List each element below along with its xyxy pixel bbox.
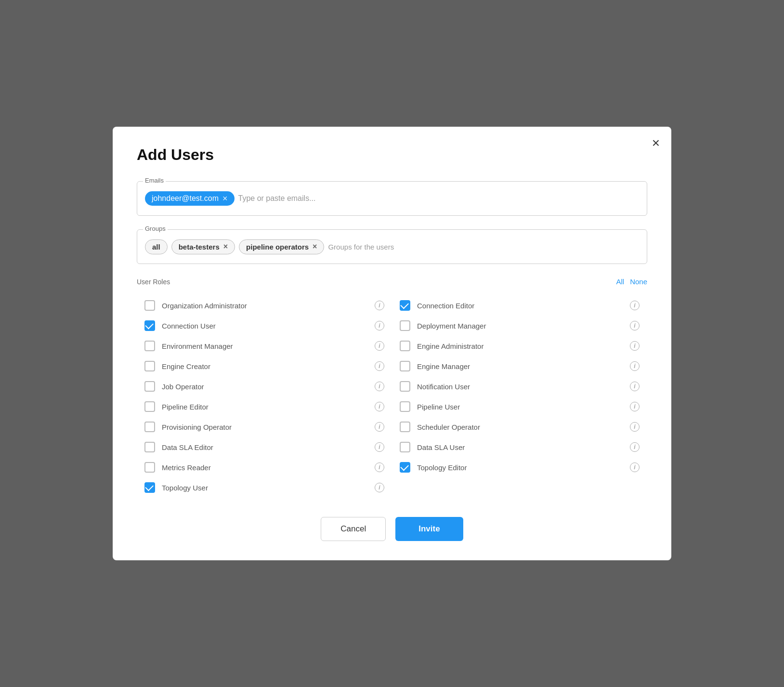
role-engine-creator-label: Engine Creator: [162, 362, 368, 370]
groups-input-area[interactable]: all beta-testers × pipeline operators × …: [145, 235, 639, 256]
role-scheduler-operator: Scheduler Operator i: [392, 417, 647, 437]
role-engine-manager-info-icon[interactable]: i: [630, 361, 640, 371]
invite-button[interactable]: Invite: [395, 517, 463, 541]
email-chip-remove-icon[interactable]: ×: [222, 194, 228, 203]
group-chip-beta-testers-remove-icon[interactable]: ×: [223, 243, 228, 251]
roles-column-right: Connection Editor i Deployment Manager i…: [392, 295, 647, 498]
role-environment-manager-checkbox[interactable]: [144, 341, 155, 351]
role-environment-manager: Environment Manager i: [137, 336, 392, 356]
role-organization-administrator-checkbox[interactable]: [144, 300, 155, 311]
role-engine-manager: Engine Manager i: [392, 356, 647, 376]
role-scheduler-operator-info-icon[interactable]: i: [630, 422, 640, 432]
email-placeholder: Type or paste emails...: [238, 194, 316, 203]
role-data-sla-editor-label: Data SLA Editor: [162, 443, 368, 451]
role-environment-manager-label: Environment Manager: [162, 342, 368, 350]
role-provisioning-operator-checkbox[interactable]: [144, 422, 155, 432]
role-job-operator-info-icon[interactable]: i: [375, 382, 384, 391]
role-data-sla-user-checkbox[interactable]: [400, 442, 410, 452]
role-engine-creator: Engine Creator i: [137, 356, 392, 376]
email-chip: johndeer@test.com ×: [145, 191, 235, 206]
role-engine-creator-checkbox[interactable]: [144, 361, 155, 371]
role-topology-editor-info-icon[interactable]: i: [630, 462, 640, 472]
role-metrics-reader-info-icon[interactable]: i: [375, 462, 384, 472]
role-pipeline-editor-info-icon[interactable]: i: [375, 402, 384, 411]
group-chip-all: all: [145, 239, 168, 254]
modal-footer: Cancel Invite: [137, 517, 647, 541]
role-scheduler-operator-checkbox[interactable]: [400, 422, 410, 432]
role-job-operator-checkbox[interactable]: [144, 381, 155, 392]
role-deployment-manager-label: Deployment Manager: [417, 322, 623, 330]
role-connection-editor: Connection Editor i: [392, 295, 647, 316]
group-chip-beta-testers-label: beta-testers: [179, 243, 220, 251]
role-connection-user-checkbox[interactable]: [144, 320, 155, 331]
emails-label: Emails: [143, 177, 166, 184]
groups-label: Groups: [143, 225, 168, 232]
groups-field-group: Groups all beta-testers × pipeline opera…: [137, 229, 647, 264]
groups-placeholder: Groups for the users: [328, 243, 394, 251]
role-engine-manager-checkbox[interactable]: [400, 361, 410, 371]
role-deployment-manager-info-icon[interactable]: i: [630, 321, 640, 330]
role-provisioning-operator-info-icon[interactable]: i: [375, 422, 384, 432]
role-organization-administrator-info-icon[interactable]: i: [375, 301, 384, 310]
role-engine-creator-info-icon[interactable]: i: [375, 361, 384, 371]
role-pipeline-user-label: Pipeline User: [417, 403, 623, 411]
role-organization-administrator-label: Organization Administrator: [162, 302, 368, 310]
role-metrics-reader: Metrics Reader i: [137, 457, 392, 477]
role-engine-administrator: Engine Administrator i: [392, 336, 647, 356]
select-none-button[interactable]: None: [630, 277, 647, 286]
roles-section: User Roles All None Organization Adminis…: [137, 277, 647, 498]
role-data-sla-user: Data SLA User i: [392, 437, 647, 457]
role-metrics-reader-checkbox[interactable]: [144, 462, 155, 473]
close-button[interactable]: ×: [652, 136, 660, 150]
role-environment-manager-info-icon[interactable]: i: [375, 341, 384, 351]
role-metrics-reader-label: Metrics Reader: [162, 463, 368, 472]
role-topology-editor-label: Topology Editor: [417, 463, 623, 472]
email-input-area[interactable]: johndeer@test.com × Type or paste emails…: [145, 186, 639, 208]
role-provisioning-operator: Provisioning Operator i: [137, 417, 392, 437]
role-data-sla-user-label: Data SLA User: [417, 443, 623, 451]
role-pipeline-editor-label: Pipeline Editor: [162, 403, 368, 411]
role-engine-administrator-checkbox[interactable]: [400, 341, 410, 351]
email-chip-value: johndeer@test.com: [152, 194, 219, 203]
role-notification-user-checkbox[interactable]: [400, 381, 410, 392]
role-data-sla-editor-info-icon[interactable]: i: [375, 442, 384, 452]
role-connection-editor-label: Connection Editor: [417, 302, 623, 310]
role-deployment-manager: Deployment Manager i: [392, 316, 647, 336]
role-topology-user-checkbox[interactable]: [144, 482, 155, 493]
role-deployment-manager-checkbox[interactable]: [400, 320, 410, 331]
select-all-button[interactable]: All: [616, 277, 624, 286]
role-connection-user: Connection User i: [137, 316, 392, 336]
cancel-button[interactable]: Cancel: [321, 517, 386, 541]
role-provisioning-operator-label: Provisioning Operator: [162, 423, 368, 431]
role-pipeline-editor: Pipeline Editor i: [137, 396, 392, 417]
role-notification-user-info-icon[interactable]: i: [630, 382, 640, 391]
role-pipeline-user-checkbox[interactable]: [400, 401, 410, 412]
role-connection-user-info-icon[interactable]: i: [375, 321, 384, 330]
role-topology-user-info-icon[interactable]: i: [375, 483, 384, 492]
role-pipeline-editor-checkbox[interactable]: [144, 401, 155, 412]
modal-overlay: × Add Users Emails johndeer@test.com × T…: [0, 0, 784, 687]
roles-section-label: User Roles: [137, 278, 170, 286]
role-connection-editor-info-icon[interactable]: i: [630, 301, 640, 310]
role-pipeline-user-info-icon[interactable]: i: [630, 402, 640, 411]
add-users-modal: × Add Users Emails johndeer@test.com × T…: [113, 127, 671, 560]
role-scheduler-operator-label: Scheduler Operator: [417, 423, 623, 431]
role-topology-editor-checkbox[interactable]: [400, 462, 410, 473]
role-organization-administrator: Organization Administrator i: [137, 295, 392, 316]
role-pipeline-user: Pipeline User i: [392, 396, 647, 417]
role-data-sla-editor-checkbox[interactable]: [144, 442, 155, 452]
group-chip-pipeline-operators-label: pipeline operators: [246, 243, 309, 251]
roles-header: User Roles All None: [137, 277, 647, 286]
roles-column-left: Organization Administrator i Connection …: [137, 295, 392, 498]
role-connection-editor-checkbox[interactable]: [400, 300, 410, 311]
role-data-sla-editor: Data SLA Editor i: [137, 437, 392, 457]
role-engine-administrator-info-icon[interactable]: i: [630, 341, 640, 351]
group-chip-all-label: all: [152, 243, 160, 251]
role-notification-user-label: Notification User: [417, 383, 623, 391]
group-chip-pipeline-operators: pipeline operators ×: [239, 239, 324, 254]
modal-title: Add Users: [137, 146, 647, 164]
role-data-sla-user-info-icon[interactable]: i: [630, 442, 640, 452]
role-topology-user-label: Topology User: [162, 484, 368, 492]
role-job-operator-label: Job Operator: [162, 383, 368, 391]
group-chip-pipeline-operators-remove-icon[interactable]: ×: [313, 243, 317, 251]
